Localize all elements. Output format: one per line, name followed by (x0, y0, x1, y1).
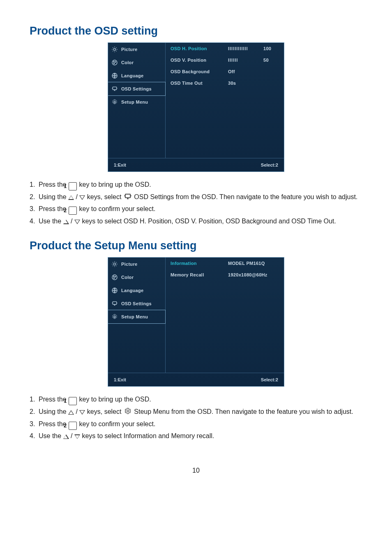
sun-icon (111, 46, 118, 53)
setup-menu-window: Picture Color Language OSD Settings Setu… (108, 257, 284, 387)
sidebar-item-osd-settings[interactable]: OSD Settings (108, 297, 165, 310)
osd-row-value: 100 (263, 46, 271, 51)
osd-row-label: OSD H. Position (171, 46, 228, 51)
sidebar-item-language[interactable]: Language (108, 69, 165, 82)
triangle-down-icon (79, 410, 85, 415)
gear-icon (123, 408, 132, 414)
sidebar-item-language[interactable]: Language (108, 284, 165, 297)
triangle-down-icon (79, 195, 85, 200)
osd-row-label: Memory Recall (171, 272, 228, 277)
sidebar-item-label: Picture (121, 47, 137, 52)
sidebar-item-setup-menu[interactable]: Setup Menu (108, 95, 165, 109)
sidebar-item-label: Setup Menu (121, 314, 148, 319)
svg-point-3 (115, 62, 116, 63)
sidebar-item-label: Color (121, 60, 134, 65)
page-number: 10 (30, 467, 362, 474)
svg-point-0 (113, 48, 115, 50)
triangle-up-icon (68, 410, 74, 415)
osd-row-information[interactable]: Information MODEL PM161Q (166, 258, 284, 269)
sidebar-item-label: Language (121, 73, 143, 78)
sidebar-item-label: OSD Settings (121, 86, 152, 91)
triangle-up-icon (63, 434, 69, 439)
steps-list-setup: 1.Press the 1 key to bring up the OSD. 2… (30, 393, 362, 442)
osd-sidebar: Picture Color Language OSD Settings Setu… (108, 258, 166, 373)
sidebar-item-label: OSD Settings (121, 301, 152, 306)
osd-footer: 1:Exit Select:2 (108, 158, 284, 172)
osd-row-label: Information (171, 261, 228, 266)
sidebar-item-picture[interactable]: Picture (108, 43, 165, 56)
osd-row-memory-recall[interactable]: Memory Recall 1920x1080@60Hz (166, 269, 284, 281)
globe-icon (111, 287, 118, 294)
osd-footer-select: Select:2 (261, 162, 278, 167)
osd-row-value: MODEL PM161Q (228, 261, 265, 266)
step-1: 1.Press the 1 key to bring up the OSD. (30, 179, 362, 191)
step-4: 4.Use the / keys to select Information a… (30, 430, 362, 442)
section-heading-osd: Product the OSD setting (30, 25, 362, 37)
osd-row-value: 50 (263, 58, 269, 63)
globe-icon (111, 72, 118, 79)
sidebar-item-label: Picture (121, 262, 137, 267)
osd-icon (111, 86, 118, 92)
sidebar-item-picture[interactable]: Picture (108, 258, 165, 271)
sidebar-item-label: Language (121, 288, 143, 293)
key-2: 2 (69, 422, 77, 430)
step-2: 2.Using the / keys, select Steup Menu fr… (30, 406, 362, 418)
svg-point-11 (113, 276, 114, 277)
key-2: 2 (69, 207, 77, 215)
osd-content: Information MODEL PM161Q Memory Recall 1… (166, 258, 284, 373)
osd-footer-exit: 1:Exit (114, 377, 126, 382)
section-heading-setup-menu: Product the Setup Menu setting (30, 239, 362, 252)
osd-slider-ticks: IIIIII (228, 58, 261, 63)
step-1: 1.Press the 1 key to bring up the OSD. (30, 393, 362, 406)
triangle-up-icon (68, 195, 74, 200)
svg-point-10 (112, 275, 117, 280)
svg-point-17 (127, 410, 129, 412)
osd-row-value: 30s (228, 81, 236, 86)
palette-icon (111, 274, 118, 281)
triangle-down-icon (74, 434, 80, 439)
osd-settings-window: Picture Color Language OSD Settings Setu… (108, 42, 284, 172)
triangle-up-icon (63, 220, 69, 224)
key-1: 1 (69, 182, 77, 190)
sidebar-item-label: Color (121, 275, 134, 280)
svg-point-12 (115, 276, 116, 277)
sidebar-item-color[interactable]: Color (108, 271, 165, 284)
sidebar-item-osd-settings[interactable]: OSD Settings (108, 82, 166, 96)
osd-row-background[interactable]: OSD Background Off (166, 66, 284, 77)
svg-rect-15 (113, 302, 116, 305)
sidebar-item-setup-menu[interactable]: Setup Menu (108, 310, 166, 324)
gear-icon (111, 313, 118, 320)
osd-row-label: OSD Background (171, 69, 228, 74)
step-3: 3.Press the 2 key to confirm your select… (30, 418, 362, 430)
step-4: 4.Use the / keys to select OSD H. Positi… (30, 215, 362, 227)
svg-point-2 (113, 61, 114, 62)
osd-row-v-position[interactable]: OSD V. Position IIIIII 50 (166, 54, 284, 66)
sidebar-item-color[interactable]: Color (108, 56, 165, 69)
osd-sidebar: Picture Color Language OSD Settings Setu… (108, 43, 166, 158)
palette-icon (111, 59, 118, 66)
osd-icon (123, 193, 132, 200)
svg-rect-8 (125, 194, 130, 197)
sun-icon (111, 261, 118, 267)
svg-rect-6 (113, 87, 116, 90)
osd-row-label: OSD Time Out (171, 81, 228, 86)
osd-footer: 1:Exit Select:2 (108, 373, 284, 386)
step-3: 3.Press the 2 key to confirm your select… (30, 203, 362, 215)
osd-footer-exit: 1:Exit (114, 162, 126, 167)
triangle-down-icon (74, 220, 80, 224)
svg-point-9 (113, 263, 115, 265)
osd-footer-select: Select:2 (261, 377, 278, 382)
steps-list-osd: 1.Press the 1 key to bring up the OSD. 2… (30, 179, 362, 227)
osd-row-value: Off (228, 69, 235, 74)
osd-icon (111, 300, 118, 307)
osd-row-value: 1920x1080@60Hz (228, 272, 267, 277)
key-1: 1 (69, 397, 77, 405)
svg-point-4 (114, 63, 115, 64)
gear-icon (111, 99, 118, 105)
svg-point-16 (114, 316, 115, 318)
svg-point-13 (114, 278, 115, 278)
svg-point-1 (112, 60, 117, 65)
osd-row-h-position[interactable]: OSD H. Position IIIIIIIIIIII 100 (166, 43, 284, 54)
osd-row-timeout[interactable]: OSD Time Out 30s (166, 77, 284, 89)
step-2: 2.Using the / keys, select OSD Settings … (30, 191, 362, 203)
